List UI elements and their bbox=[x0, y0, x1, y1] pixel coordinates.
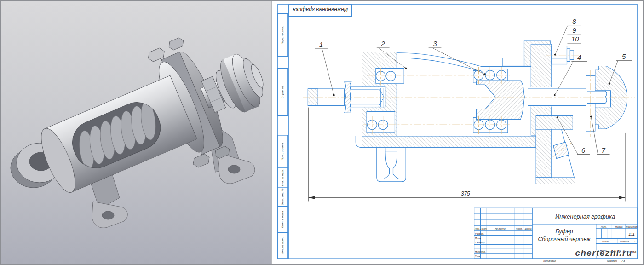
tb-col-data: Дата bbox=[524, 227, 532, 230]
callout-6: 6 bbox=[581, 147, 586, 154]
tb-format-value: А3 bbox=[621, 259, 626, 262]
callout-7: 7 bbox=[602, 147, 606, 154]
margin-label: Взам. инв. № bbox=[281, 188, 284, 205]
margin-label: Справ. № bbox=[281, 86, 284, 98]
assembly-drawing: Перв. примен. Справ. № Подп. и дата Инв.… bbox=[272, 1, 643, 263]
margin-label: Инв. № подл. bbox=[281, 237, 284, 254]
tb-col-list: Лист bbox=[480, 227, 487, 230]
callout-3: 3 bbox=[433, 40, 437, 47]
cad-app-window: Перв. примен. Справ. № Подп. и дата Инв.… bbox=[0, 0, 644, 265]
margin-label: Подп. и дата bbox=[281, 143, 284, 160]
tb-sheet-label: Лист bbox=[602, 240, 609, 243]
tb-col-doc: № докум. bbox=[495, 227, 506, 230]
tb-sheets-value: 1 bbox=[634, 240, 635, 243]
tb-discipline: Инженерная графика bbox=[555, 213, 615, 220]
watermark: chertezhi.ru bbox=[575, 248, 632, 258]
margin-label: Подп. и дата bbox=[281, 211, 284, 228]
tb-lit-label: Лит. bbox=[600, 225, 607, 228]
tb-scale-label: Масштаб bbox=[626, 225, 638, 228]
callout-1: 1 bbox=[319, 41, 323, 48]
tb-col-podp: Подп. bbox=[516, 227, 523, 230]
tb-row-tkontr: Т.контр. bbox=[475, 241, 485, 244]
piston-section bbox=[477, 81, 525, 119]
tb-copied-label: Копировал bbox=[543, 259, 556, 262]
callout-4: 4 bbox=[577, 54, 581, 61]
tb-format-label: Формат bbox=[607, 259, 617, 262]
tb-part-name: Буфер bbox=[555, 228, 573, 235]
tb-row-prov: Пров. bbox=[475, 237, 482, 240]
callout-8: 8 bbox=[572, 18, 576, 25]
tb-row-razrab: Разраб. bbox=[475, 232, 484, 235]
callout-5: 5 bbox=[622, 53, 626, 60]
tb-col-izm: Изм. bbox=[475, 227, 480, 230]
top-stamp-text: Инженерная графика bbox=[293, 6, 348, 13]
callout-10: 10 bbox=[571, 35, 579, 43]
drawing-sheet-pane: Перв. примен. Справ. № Подп. и дата Инв.… bbox=[271, 1, 643, 264]
tb-mass-label: Масса bbox=[615, 225, 622, 228]
buffer-3d-model bbox=[1, 1, 271, 264]
tb-scale-value: 1:1 bbox=[628, 231, 635, 236]
callout-2: 2 bbox=[381, 40, 385, 47]
callout-9: 9 bbox=[572, 27, 576, 34]
tb-doc-type: Сборочный чертеж bbox=[538, 236, 591, 243]
margin-label: Перв. примен. bbox=[281, 26, 284, 44]
tb-row-nkontr: Н.контр. bbox=[475, 250, 486, 253]
dimension-value: 375 bbox=[461, 190, 470, 197]
margin-stamp-labels: Перв. примен. Справ. № Подп. и дата Инв.… bbox=[281, 6, 348, 254]
section-view bbox=[303, 41, 635, 184]
support-leg bbox=[377, 148, 406, 182]
tb-row-utv: Утв. bbox=[475, 255, 481, 258]
margin-label: Инв. № дубл. bbox=[281, 169, 284, 186]
drawing-frame bbox=[277, 5, 638, 259]
model-3d-viewport[interactable] bbox=[1, 1, 271, 264]
tb-sheets-label: Листов bbox=[619, 240, 629, 243]
